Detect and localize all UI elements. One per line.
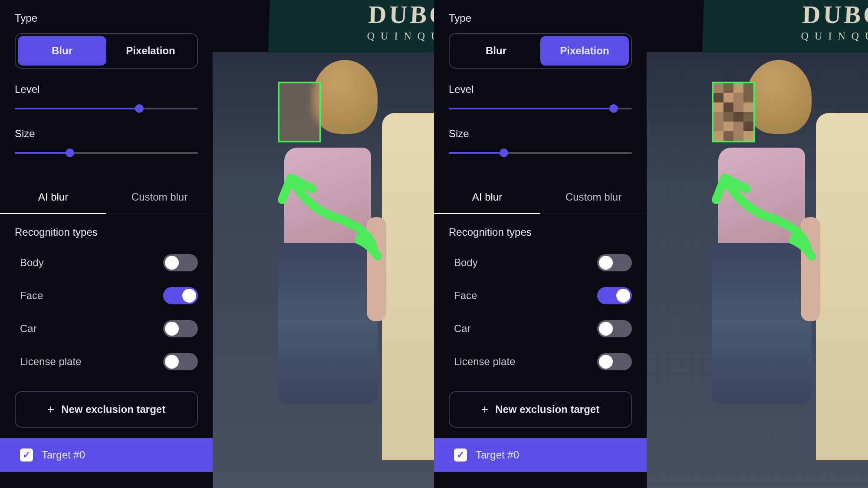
recognition-types-heading: Recognition types: [434, 214, 647, 246]
recognition-car-label: Car: [20, 323, 37, 335]
type-segmented-control: Blur Pixelation: [449, 33, 632, 69]
level-slider[interactable]: [449, 104, 632, 113]
target-row-0[interactable]: ✓ Target #0: [0, 438, 213, 472]
new-exclusion-target-button[interactable]: + New exclusion target: [449, 391, 632, 428]
target-row-0[interactable]: ✓ Target #0: [434, 438, 647, 472]
target-name: Target #0: [476, 449, 519, 461]
size-label: Size: [449, 128, 632, 140]
level-slider[interactable]: [15, 104, 198, 113]
blur-tabs: AI blur Custom blur: [434, 181, 647, 214]
recognition-car-toggle[interactable]: [163, 320, 198, 337]
recognition-body-label: Body: [20, 257, 44, 269]
tab-custom-blur[interactable]: Custom blur: [106, 181, 213, 214]
tab-ai-blur[interactable]: AI blur: [0, 181, 106, 214]
new-exclusion-label: New exclusion target: [495, 403, 599, 415]
plus-icon: +: [47, 402, 54, 416]
blur-tabs: AI blur Custom blur: [0, 181, 213, 214]
recognition-license-plate-toggle[interactable]: [163, 353, 198, 370]
type-blur-button[interactable]: Blur: [18, 36, 106, 66]
type-pixelation-button[interactable]: Pixelation: [106, 36, 195, 66]
recognition-body-toggle[interactable]: [163, 254, 198, 271]
recognition-car-toggle[interactable]: [597, 320, 632, 337]
recognition-face-toggle[interactable]: [163, 287, 198, 304]
check-icon: ✓: [20, 448, 33, 462]
size-slider[interactable]: [15, 148, 198, 157]
new-exclusion-label: New exclusion target: [61, 403, 165, 415]
preview-left: DUBONNE QUINQUINA: [213, 0, 434, 488]
recognition-face-toggle[interactable]: [597, 287, 632, 304]
recognition-body-toggle[interactable]: [597, 254, 632, 271]
size-slider[interactable]: [449, 148, 632, 157]
sign-text-sub: QUINQUINA: [801, 30, 868, 42]
recognition-license-plate-label: License plate: [20, 356, 81, 368]
level-label: Level: [15, 83, 198, 96]
new-exclusion-target-button[interactable]: + New exclusion target: [15, 391, 198, 428]
plus-icon: +: [481, 402, 488, 416]
sign-text-sub: QUINQUINA: [367, 30, 434, 42]
preview-right: DUBONNE QUINQUINA: [647, 0, 868, 488]
settings-panel-left: Type Blur Pixelation Level Size: [0, 0, 213, 488]
sign-text-main: DUBONNE: [802, 0, 868, 29]
sign-text-main: DUBONNE: [368, 0, 434, 29]
tab-custom-blur[interactable]: Custom blur: [540, 181, 647, 214]
target-name: Target #0: [42, 449, 85, 461]
face-detection-box: [278, 82, 321, 142]
type-label: Type: [15, 12, 198, 24]
recognition-face-label: Face: [454, 290, 477, 302]
recognition-body-label: Body: [454, 257, 478, 269]
size-label: Size: [15, 128, 198, 140]
type-pixelation-button[interactable]: Pixelation: [540, 36, 629, 66]
settings-panel-right: Type Blur Pixelation Level Size: [434, 0, 647, 488]
type-label: Type: [449, 12, 632, 24]
tab-ai-blur[interactable]: AI blur: [434, 181, 540, 214]
recognition-license-plate-toggle[interactable]: [597, 353, 632, 370]
level-label: Level: [449, 83, 632, 96]
recognition-types-heading: Recognition types: [0, 214, 213, 246]
type-blur-button[interactable]: Blur: [452, 36, 540, 66]
face-detection-box: [712, 82, 755, 142]
type-segmented-control: Blur Pixelation: [15, 33, 198, 69]
check-icon: ✓: [454, 448, 467, 462]
recognition-license-plate-label: License plate: [454, 356, 515, 368]
recognition-face-label: Face: [20, 290, 43, 302]
recognition-car-label: Car: [454, 323, 471, 335]
